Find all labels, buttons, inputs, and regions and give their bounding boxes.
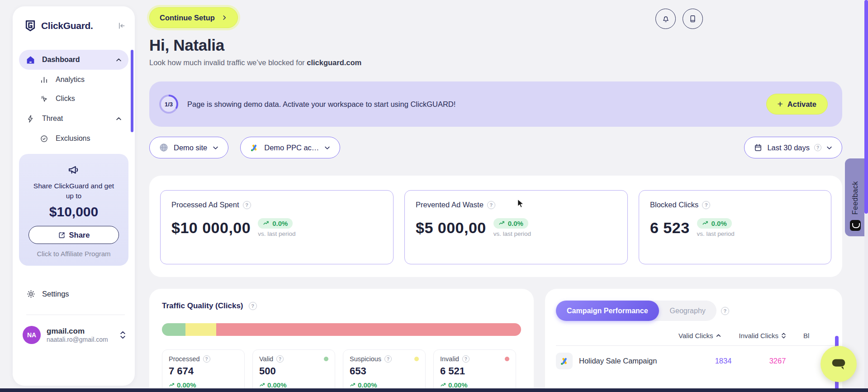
kpi-panel: Processed Ad Spent? $10 000,00 0.0% vs. … xyxy=(149,176,842,277)
column-invalid-clicks[interactable]: Invalid Clicks xyxy=(739,332,786,339)
affiliate-promo-card[interactable]: Share ClickGuard and get up to $10,000 S… xyxy=(19,154,128,266)
activate-button-label: Activate xyxy=(787,100,816,109)
account-switcher[interactable]: NA gmail.com naatali.ro@gmail.com xyxy=(23,326,126,344)
sidebar-item-label: Clicks xyxy=(56,95,122,103)
traffic-stat-invalid: Invalid? 6 521 0.00% xyxy=(433,349,516,392)
help-icon[interactable]: ? xyxy=(814,144,821,151)
compare-caption: vs. last period xyxy=(258,230,295,237)
avatar: NA xyxy=(23,326,41,344)
collapse-sidebar-icon[interactable] xyxy=(117,21,126,30)
change-badge: 0.0% xyxy=(697,218,732,229)
sidebar-scrollbar[interactable] xyxy=(131,50,133,132)
tab-geography[interactable]: Geography xyxy=(659,301,716,321)
sidebar-item-label: Exclusions xyxy=(56,134,122,143)
help-icon[interactable]: ? xyxy=(243,201,251,209)
sidebar-item-settings[interactable]: Settings xyxy=(19,285,128,303)
stat-label: Processed Ad Spent xyxy=(171,201,239,209)
logo-text: ClickGuard. xyxy=(41,20,117,31)
help-icon[interactable]: ? xyxy=(487,201,495,209)
sidebar-item-clicks[interactable]: Clicks xyxy=(19,90,128,108)
campaign-name: Holiday Sale Campaign xyxy=(579,357,698,365)
share-button[interactable]: Share xyxy=(28,226,119,244)
traffic-stat-valid: Valid? 500 0.00% xyxy=(252,349,335,392)
help-icon[interactable]: ? xyxy=(462,355,470,363)
help-icon[interactable]: ? xyxy=(276,355,284,363)
globe-icon xyxy=(159,143,169,153)
app-window: ClickGuard. Dashboard xyxy=(0,0,868,392)
traffic-stat-label: Valid xyxy=(259,355,273,363)
home-icon xyxy=(25,55,35,65)
bar-segment-suspicious xyxy=(185,323,216,336)
compare-caption: vs. last period xyxy=(493,230,531,237)
change-value: 0.0% xyxy=(711,220,727,227)
sidebar-item-label: Dashboard xyxy=(42,56,115,64)
traffic-stat-value: 653 xyxy=(350,365,419,377)
ppc-account-dropdown[interactable]: Demo PPC ac… xyxy=(240,137,340,158)
lightning-icon xyxy=(25,115,35,123)
help-icon[interactable]: ? xyxy=(203,355,210,363)
divider xyxy=(556,345,837,346)
badge-check-icon xyxy=(39,134,49,143)
sidebar-item-exclusions[interactable]: Exclusions xyxy=(19,129,128,148)
sidebar-item-threat[interactable]: Threat xyxy=(19,109,128,129)
traffic-quality-card: Traffic Quality (Clicks)? Processed? 7 6… xyxy=(149,289,534,392)
traffic-stat-value: 500 xyxy=(259,365,328,377)
subtitle-domain: clickguard.com xyxy=(307,58,361,67)
change-badge: 0.0% xyxy=(493,218,528,229)
page-scrollbar[interactable] xyxy=(864,0,868,392)
date-range-dropdown[interactable]: Last 30 days ? xyxy=(744,137,842,158)
feedback-mascot-icon xyxy=(850,220,861,231)
logo: ClickGuard. xyxy=(13,6,135,33)
main-content: Continue Setup Hi, Natalia Look how much… xyxy=(149,0,842,392)
trending-up-icon xyxy=(259,382,266,388)
external-link-icon xyxy=(58,231,66,239)
help-icon[interactable]: ? xyxy=(249,302,257,310)
trending-up-icon xyxy=(263,220,270,227)
tab-campaign-performance[interactable]: Campaign Performance xyxy=(556,301,659,321)
feedback-tab[interactable]: Feedback xyxy=(845,158,865,236)
clickguard-logo-icon xyxy=(24,19,37,33)
traffic-stat-processed: Processed? 7 674 0.00% xyxy=(162,349,245,392)
traffic-stat-change: 0.00% xyxy=(169,381,238,389)
help-icon[interactable]: ? xyxy=(721,307,729,315)
sidebar-item-analytics[interactable]: Analytics xyxy=(19,71,128,89)
sidebar-item-dashboard[interactable]: Dashboard xyxy=(19,50,128,70)
trending-up-icon xyxy=(498,220,505,227)
help-icon[interactable]: ? xyxy=(702,201,710,209)
demo-data-banner: 1/3 Page is showing demo data. Activate … xyxy=(149,81,842,127)
site-filter-value: Demo site xyxy=(174,143,207,152)
chat-widget-button[interactable] xyxy=(821,346,857,382)
setup-progress-value: 1/3 xyxy=(159,95,178,114)
share-button-label: Share xyxy=(69,231,90,239)
mouse-cursor xyxy=(516,198,526,211)
trending-up-icon xyxy=(350,382,356,388)
divider xyxy=(26,315,125,315)
column-blocked[interactable]: Bl xyxy=(803,332,813,339)
book-icon xyxy=(688,14,697,23)
traffic-stat-label: Invalid xyxy=(440,355,459,363)
continue-setup-button[interactable]: Continue Setup xyxy=(149,7,238,28)
cursor-click-icon xyxy=(39,95,49,103)
valid-clicks-value: 1834 xyxy=(698,357,748,365)
table-row[interactable]: Holiday Sale Campaign 1834 3267 xyxy=(556,353,842,369)
traffic-stat-value: 7 674 xyxy=(169,365,238,377)
sort-asc-icon xyxy=(716,333,721,339)
site-filter-dropdown[interactable]: Demo site xyxy=(149,137,228,158)
help-icon[interactable]: ? xyxy=(384,355,392,363)
table-header: Valid Clicks Invalid Clicks Bl xyxy=(556,332,842,339)
docs-button[interactable] xyxy=(683,9,703,29)
account-email: naatali.ro@gmail.com xyxy=(47,336,120,344)
trending-up-icon xyxy=(440,382,446,388)
subtitle-text: Look how much invalid traffic we’ve bloc… xyxy=(149,58,307,67)
compare-caption: vs. last period xyxy=(697,230,735,237)
page-scrollbar-thumb[interactable] xyxy=(864,0,868,214)
column-valid-clicks[interactable]: Valid Clicks xyxy=(678,332,721,339)
notifications-button[interactable] xyxy=(655,9,676,29)
chevron-updown-icon xyxy=(120,331,126,339)
promo-text: Share ClickGuard and get up to xyxy=(25,181,122,201)
chevron-down-icon xyxy=(324,144,331,151)
stat-card-processed-ad-spent: Processed Ad Spent? $10 000,00 0.0% vs. … xyxy=(160,190,394,264)
activate-button[interactable]: + Activate xyxy=(766,94,828,115)
traffic-stat-change: 0.00% xyxy=(259,381,328,389)
affiliate-link-text: Click to Affiliate Program xyxy=(25,250,122,258)
